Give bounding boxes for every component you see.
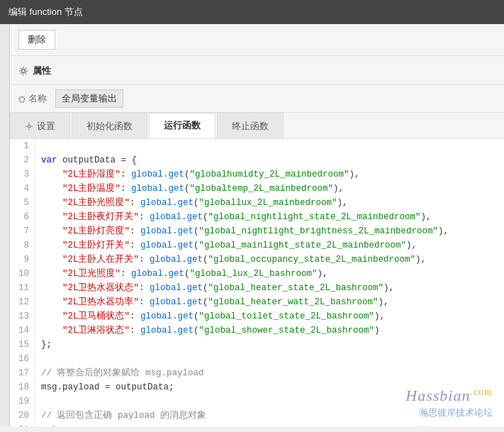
table-row: 21return msg; [10,423,504,426]
table-row: 14 "2L卫淋浴状态": global.get("global_shower_… [10,323,504,338]
gear-icon [18,66,28,76]
line-number: 20 [10,409,35,423]
table-row: 15}; [10,338,504,352]
table-row: 12 "2L卫热水器功率": global.get("global_heater… [10,295,504,309]
sidebar-label [4,24,6,33]
line-code: // 返回包含正确 payload 的消息对象 [35,409,504,423]
line-code [35,394,504,409]
table-row: 11 "2L卫热水器状态": global.get("global_heater… [10,281,504,295]
line-code: "2L卫马桶状态": global.get("global_toilet_sta… [35,309,504,323]
name-value: 全局变量输出 [62,92,117,105]
svg-marker-1 [19,96,25,102]
line-code: "2L卫淋浴状态": global.get("global_shower_sta… [35,323,504,338]
settings-icon [25,122,33,131]
tab-run[interactable]: 运行函数 [149,113,215,138]
properties-label: 属性 [33,65,51,77]
table-row: 2var outputData = { [10,153,504,167]
line-number: 1 [10,139,35,153]
table-row: 19 [10,394,504,409]
title-bar: 编辑 function 节点 [0,0,504,24]
line-code: "2L卫光照度": global.get("global_lux_2L_bash… [35,267,504,281]
line-code: "2L主卧光照度": global.get("globallux_2L_main… [35,196,504,210]
line-number: 19 [10,394,35,409]
left-sidebar [0,24,10,426]
line-number: 14 [10,323,35,338]
line-number: 12 [10,295,35,309]
line-code [35,139,504,153]
line-code: msg.payload = outputData; [35,380,504,394]
table-row: 16 [10,352,504,366]
line-number: 10 [10,267,35,281]
line-code: "2L主卧湿度": global.get("globalhumidty_2L_m… [35,167,504,182]
name-row: 名称 全局变量输出 [10,85,504,113]
line-number: 4 [10,182,35,196]
table-row: 10 "2L卫光照度": global.get("global_lux_2L_b… [10,267,504,281]
tab-settings[interactable]: 设置 [10,113,70,138]
line-number: 13 [10,309,35,323]
name-tag: 全局变量输出 [55,89,123,108]
line-number: 11 [10,281,35,295]
line-code: return msg; [35,423,504,426]
content-panel: 删除 属性 名称 全局变量输出 [10,24,504,426]
tab-stop[interactable]: 终止函数 [217,113,284,138]
delete-button[interactable]: 删除 [18,30,55,50]
svg-point-2 [28,125,30,128]
line-code: }; [35,338,504,352]
line-number: 5 [10,196,35,210]
tab-init-label: 初始化函数 [86,120,133,133]
table-row: 8 "2L主卧灯开关": global.get("global_mainligh… [10,238,504,253]
table-row: 20// 返回包含正确 payload 的消息对象 [10,409,504,423]
tab-run-label: 运行函数 [164,119,201,132]
line-number: 7 [10,224,35,238]
line-code: "2L卫热水器状态": global.get("global_heater_st… [35,281,504,295]
line-number: 18 [10,380,35,394]
table-row: 13 "2L卫马桶状态": global.get("global_toilet_… [10,309,504,323]
title-text: 编辑 function 节点 [9,6,83,17]
line-number: 16 [10,352,35,366]
line-number: 3 [10,167,35,182]
toolbar: 删除 [10,24,504,56]
line-code: // 将整合后的对象赋给 msg.payload [35,366,504,380]
line-code: "2L主卧灯开关": global.get("global_mainlight_… [35,238,504,253]
line-code: "2L卫热水器功率": global.get("global_heater_wa… [35,295,504,309]
line-code: "2L主卧人在开关": global.get("global_occupancy… [35,253,504,267]
table-row: 17// 将整合后的对象赋给 msg.payload [10,366,504,380]
line-code: "2L主卧夜灯开关": global.get("global_nightligh… [35,210,504,224]
table-row: 6 "2L主卧夜灯开关": global.get("global_nightli… [10,210,504,224]
line-number: 8 [10,238,35,253]
line-code: var outputData = { [35,153,504,167]
tag-icon [18,96,26,103]
line-number: 6 [10,210,35,224]
table-row: 3 "2L主卧湿度": global.get("globalhumidty_2L… [10,167,504,182]
line-code [35,352,504,366]
table-row: 1 [10,139,504,153]
line-number: 17 [10,366,35,380]
table-row: 4 "2L主卧温度": global.get("globaltemp_2L_ma… [10,182,504,196]
code-editor[interactable]: 1 2var outputData = {3 "2L主卧湿度": global.… [10,139,504,426]
line-number: 15 [10,338,35,352]
line-number: 21 [10,423,35,426]
svg-point-0 [22,70,26,73]
code-table: 1 2var outputData = {3 "2L主卧湿度": global.… [10,139,504,426]
tab-stop-label: 终止函数 [232,120,269,133]
tab-init[interactable]: 初始化函数 [72,113,147,138]
tabs-bar: 设置 初始化函数 运行函数 终止函数 [10,113,504,139]
tab-settings-label: 设置 [37,120,55,133]
properties-section: 属性 [10,56,504,85]
line-number: 9 [10,253,35,267]
table-row: 5 "2L主卧光照度": global.get("globallux_2L_ma… [10,196,504,210]
line-code: "2L主卧灯亮度": global.get("global_nightlight… [35,224,504,238]
name-label: 名称 [18,92,47,105]
table-row: 18msg.payload = outputData; [10,380,504,394]
table-row: 9 "2L主卧人在开关": global.get("global_occupan… [10,253,504,267]
line-code: "2L主卧温度": global.get("globaltemp_2L_main… [35,182,504,196]
table-row: 7 "2L主卧灯亮度": global.get("global_nightlig… [10,224,504,238]
line-number: 2 [10,153,35,167]
section-header: 属性 [18,60,495,80]
